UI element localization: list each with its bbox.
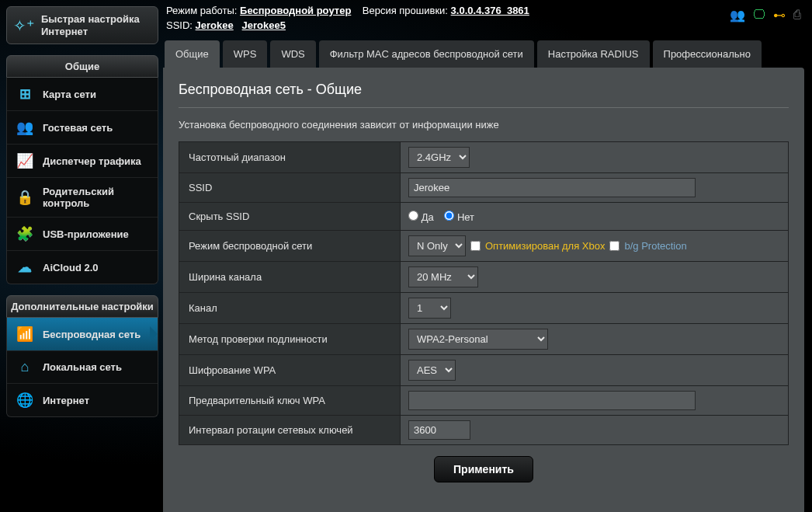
sidebar-general-item-3[interactable]: 🔒Родительский контроль — [7, 178, 158, 218]
channel-label: Канал — [179, 293, 401, 324]
ssid-input[interactable] — [408, 178, 696, 197]
xbox-label: Оптимизирован для Xbox — [485, 240, 605, 252]
wan-status-icon[interactable]: 🖵 — [753, 8, 765, 23]
tab-1[interactable]: WPS — [223, 40, 268, 68]
sidebar-general-item-label: AiCloud 2.0 — [43, 262, 99, 273]
bg-protection-label: b/g Protection — [624, 240, 686, 252]
sidebar-general-item-label: USB-приложение — [43, 228, 129, 240]
rekey-interval-label: Интервал ротации сетевых ключей — [179, 416, 401, 445]
bg-protection-checkbox[interactable] — [609, 241, 619, 251]
tab-5[interactable]: Профессионально — [653, 40, 762, 68]
tab-0[interactable]: Общие — [165, 40, 220, 68]
sidebar-section-general: Общие — [6, 55, 158, 78]
apply-button[interactable]: Применить — [434, 456, 533, 482]
rekey-interval-input[interactable] — [408, 420, 470, 440]
ssid-field-label: SSID — [179, 173, 401, 203]
sidebar-advanced-item-1[interactable]: ⌂Локальная сеть — [7, 351, 158, 384]
mode-label: Режим работы: — [166, 5, 237, 16]
wpa-psk-input[interactable] — [408, 391, 696, 410]
wpa-encryption-label: Шифрование WPA — [179, 355, 401, 386]
sidebar-advanced-item-label: Локальная сеть — [43, 361, 122, 373]
sidebar-advanced-item-2[interactable]: 🌐Интернет — [7, 384, 158, 416]
ssid-label: SSID: — [166, 19, 193, 31]
wireless-mode-label: Режим беспроводной сети — [179, 231, 401, 262]
sidebar-advanced-item-0[interactable]: 📶Беспроводная сеть — [7, 318, 158, 351]
sidebar-general-item-2[interactable]: 📈Диспетчер трафика — [7, 145, 158, 178]
traffic-icon: 📈 — [16, 152, 33, 169]
wpa-encryption-select[interactable]: AES — [408, 360, 456, 381]
auth-method-select[interactable]: WPA2-Personal — [408, 329, 548, 350]
hide-ssid-yes[interactable] — [408, 211, 418, 221]
ssid1-value[interactable]: Jerokee — [196, 19, 234, 31]
sidebar-general-item-label: Диспетчер трафика — [43, 155, 141, 167]
quick-setup-button[interactable]: ✧⁺ Быстрая настройка Интернет — [6, 6, 158, 44]
hide-ssid-label: Скрыть SSID — [179, 203, 401, 231]
guests-icon: 👥 — [16, 119, 33, 136]
clients-icon[interactable]: 👥 — [730, 8, 745, 23]
xbox-checkbox[interactable] — [470, 241, 481, 251]
tab-3[interactable]: Фильтр MAC адресов беспроводной сети — [319, 40, 534, 68]
wifi-icon: 📶 — [16, 326, 33, 343]
sidebar-general-item-5[interactable]: ☁AiCloud 2.0 — [7, 251, 158, 284]
top-status-bar: Режим работы: Беспроводной роутер Версия… — [163, 0, 804, 36]
lock-icon: 🔒 — [16, 189, 33, 206]
firmware-value[interactable]: 3.0.0.4.376_3861 — [451, 5, 529, 16]
printer-icon[interactable]: ⎙ — [793, 8, 801, 23]
channel-select[interactable]: 1 — [408, 298, 451, 319]
quick-setup-label: Быстрая настройка Интернет — [41, 13, 151, 37]
home-icon: ⌂ — [16, 359, 33, 375]
firmware-label: Версия прошивки: — [363, 5, 448, 16]
channel-width-select[interactable]: 20 MHz — [408, 266, 478, 287]
tab-4[interactable]: Настройка RADIUS — [537, 40, 650, 68]
usb-icon[interactable]: ⊷ — [773, 8, 786, 23]
sidebar-general-item-label: Карта сети — [43, 89, 96, 100]
hide-ssid-no[interactable] — [444, 211, 454, 221]
band-label: Частотный диапазон — [179, 142, 401, 173]
band-select[interactable]: 2.4GHz — [408, 147, 470, 168]
panel-title: Беспроводная сеть - Общие — [179, 82, 789, 108]
sidebar-section-advanced: Дополнительные настройки — [6, 295, 158, 318]
wireless-mode-select[interactable]: N Only — [408, 235, 466, 256]
sidebar-general-item-4[interactable]: 🧩USB-приложение — [7, 218, 158, 251]
sidebar-advanced-item-label: Интернет — [43, 395, 89, 406]
sidebar-advanced-item-label: Беспроводная сеть — [43, 329, 141, 340]
sidebar-general-item-label: Гостевая сеть — [43, 122, 113, 134]
cloud-icon: ☁ — [16, 259, 33, 276]
sidebar-general-item-label: Родительский контроль — [43, 186, 148, 209]
channel-width-label: Ширина канала — [179, 262, 401, 293]
auth-method-label: Метод проверки подлинности — [179, 324, 401, 355]
wpa-psk-label: Предварительный ключ WPA — [179, 386, 401, 416]
puzzle-icon: 🧩 — [16, 225, 33, 242]
wand-icon: ✧⁺ — [13, 16, 35, 35]
sidebar-general-item-1[interactable]: 👥Гостевая сеть — [7, 111, 158, 145]
globe-icon: 🌐 — [16, 392, 33, 409]
panel-description: Установка беспроводного соединения завис… — [179, 119, 789, 131]
mode-value[interactable]: Беспроводной роутер — [240, 5, 351, 16]
sidebar-general-item-0[interactable]: ⊞Карта сети — [7, 78, 158, 111]
map-icon: ⊞ — [16, 85, 33, 103]
tab-2[interactable]: WDS — [270, 40, 315, 68]
ssid2-value[interactable]: Jerokee5 — [242, 19, 286, 31]
